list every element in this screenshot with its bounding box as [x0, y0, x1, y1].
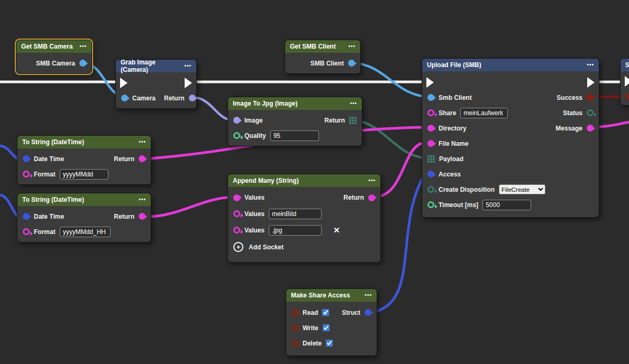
node-title: Upload File (SMB) — [427, 61, 481, 69]
grid-icon[interactable] — [427, 155, 435, 163]
exec-in-pin[interactable] — [625, 76, 629, 87]
node-header[interactable]: Append Many (String) ••• — [228, 174, 380, 187]
values-label: Values — [244, 210, 265, 218]
output-pin-smb-client[interactable] — [348, 60, 355, 67]
values-input-2[interactable] — [269, 209, 322, 219]
input-pin-directory[interactable] — [427, 125, 434, 132]
input-pin-share[interactable] — [427, 109, 434, 116]
node-header[interactable]: Image To Jpg (Image) ••• — [228, 97, 362, 110]
input-pin-image[interactable] — [233, 117, 240, 124]
share-input[interactable] — [460, 108, 508, 118]
node-grab-image[interactable]: Grab Image (Camera) ••• Camera Return — [115, 59, 197, 109]
input-pin-format[interactable] — [23, 228, 30, 235]
node-header[interactable]: Upload File (SMB) ••• — [422, 59, 599, 71]
timeout-input[interactable] — [482, 200, 531, 210]
input-pin-create-disposition[interactable] — [427, 186, 434, 193]
node-header[interactable]: Get SMB Client ••• — [285, 40, 360, 53]
output-pin-return[interactable] — [139, 213, 145, 220]
smb-client-label: Smb Client — [439, 94, 472, 101]
menu-icon[interactable]: ••• — [348, 44, 355, 49]
node-image-to-jpg[interactable]: Image To Jpg (Image) ••• Image Return Qu… — [227, 97, 362, 146]
input-pin-file-name[interactable] — [427, 140, 434, 147]
grid-icon[interactable] — [349, 117, 357, 124]
values-label: Values — [244, 194, 265, 201]
wire-tostring2-to-values[interactable] — [144, 197, 233, 217]
output-pin-message[interactable] — [587, 125, 594, 132]
node-header[interactable]: S — [621, 59, 629, 71]
exec-in-pin[interactable] — [120, 78, 127, 88]
input-pin-camera[interactable] — [121, 95, 128, 101]
node-partial-right[interactable]: S — [620, 58, 629, 106]
node-header[interactable]: Get SMB Camera ••• — [16, 40, 92, 53]
input-pin-date-time[interactable] — [23, 213, 30, 220]
output-pin-return[interactable] — [368, 194, 375, 201]
read-checkbox[interactable] — [322, 309, 329, 316]
output-pin-status[interactable] — [587, 109, 594, 116]
input-pin-access[interactable] — [427, 171, 434, 178]
wire-smbclient-to-upload[interactable] — [353, 63, 426, 97]
node-get-smb-client[interactable]: Get SMB Client ••• SMB Client — [285, 40, 361, 74]
format-input[interactable] — [60, 227, 111, 237]
add-socket-label: Add Socket — [249, 244, 284, 251]
input-pin-smb-client[interactable] — [427, 94, 434, 101]
menu-icon[interactable]: ••• — [79, 44, 87, 49]
input-pin-date-time[interactable] — [23, 155, 30, 162]
output-label: Return — [343, 194, 364, 201]
exec-in-pin[interactable] — [426, 77, 434, 88]
input-pin-read[interactable] — [291, 309, 298, 316]
wire-jpgreturn-to-payload[interactable] — [354, 120, 425, 158]
menu-icon[interactable]: ••• — [139, 197, 146, 202]
output-pin-success[interactable] — [587, 94, 594, 101]
input-pin-quality[interactable] — [233, 132, 240, 139]
delete-checkbox[interactable] — [326, 340, 333, 347]
input-pin-values-1[interactable] — [233, 194, 240, 201]
node-to-string-bottom[interactable]: To String (DateTime) ••• Date Time Retur… — [17, 193, 151, 242]
input-pin-delete[interactable] — [291, 340, 298, 347]
node-header[interactable]: To String (DateTime) ••• — [17, 193, 151, 206]
delete-label: Delete — [303, 340, 322, 347]
node-header[interactable]: To String (DateTime) ••• — [17, 136, 151, 148]
values-input-3[interactable] — [269, 225, 322, 236]
input-label: Camera — [132, 95, 156, 102]
node-title: Grab Image (Camera) — [121, 59, 184, 73]
create-disposition-select[interactable]: FileCreate — [499, 184, 545, 194]
exec-out-pin[interactable] — [185, 78, 192, 88]
output-pin-return[interactable] — [189, 95, 196, 101]
node-header[interactable]: Grab Image (Camera) ••• — [116, 60, 196, 72]
output-pin-struct[interactable] — [364, 309, 371, 316]
input-pin-values-2[interactable] — [233, 210, 240, 217]
input-pin[interactable] — [626, 93, 629, 100]
add-socket-button[interactable]: + Add Socket — [228, 238, 380, 256]
node-append-many[interactable]: Append Many (String) ••• Values Return V… — [227, 174, 381, 263]
menu-icon[interactable]: ••• — [139, 139, 146, 145]
output-label: SMB Client — [311, 60, 344, 67]
input-pin-timeout[interactable] — [427, 201, 434, 208]
menu-icon[interactable]: ••• — [350, 101, 357, 106]
menu-icon[interactable]: ••• — [368, 178, 376, 183]
input-label: Date Time — [34, 213, 64, 220]
output-pin-return[interactable] — [139, 155, 145, 162]
format-input[interactable] — [60, 169, 108, 180]
node-editor-canvas[interactable]: Get SMB Camera ••• SMB Camera Grab Image… — [0, 0, 629, 364]
remove-socket-icon[interactable]: ✕ — [333, 226, 340, 234]
exec-out-pin[interactable] — [587, 77, 595, 88]
node-title: S — [625, 61, 629, 69]
input-pin-write[interactable] — [291, 324, 298, 331]
node-header[interactable]: Make Share Access ••• — [286, 289, 377, 302]
node-get-smb-camera[interactable]: Get SMB Camera ••• SMB Camera — [16, 40, 92, 74]
node-title: Get SMB Camera — [21, 43, 72, 50]
menu-icon[interactable]: ••• — [184, 63, 192, 69]
input-pin-values-3[interactable] — [233, 227, 240, 234]
payload-label: Payload — [439, 155, 463, 163]
menu-icon[interactable]: ••• — [587, 62, 594, 68]
node-upload-file[interactable]: Upload File (SMB) ••• Smb Client Success… — [422, 58, 599, 218]
write-checkbox[interactable] — [323, 324, 330, 331]
node-to-string-top[interactable]: To String (DateTime) ••• Date Time Retur… — [17, 135, 151, 185]
node-make-share-access[interactable]: Make Share Access ••• Read Struct Write … — [286, 288, 377, 356]
input-pin-format[interactable] — [23, 171, 30, 178]
quality-input[interactable] — [270, 130, 319, 141]
struct-label: Struct — [342, 309, 360, 316]
output-label: Return — [324, 117, 345, 124]
menu-icon[interactable]: ••• — [364, 293, 372, 298]
output-pin-smb-camera[interactable] — [79, 60, 86, 67]
